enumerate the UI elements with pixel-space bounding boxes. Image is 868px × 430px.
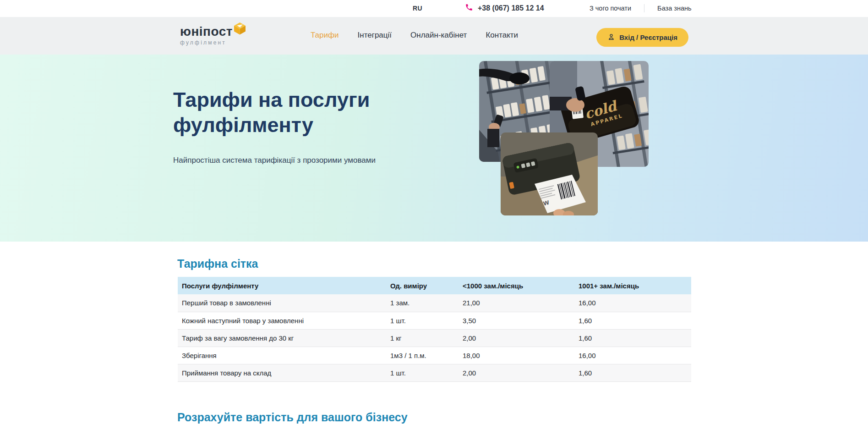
- column-header-service: Послуги фулфілменту: [178, 277, 390, 294]
- table-cell: 16,00: [579, 347, 691, 364]
- hero-section: Тарифи на послуги фулфілменту Найпростіш…: [0, 55, 868, 242]
- nav-online-cabinet[interactable]: Онлайн-кабінет: [410, 31, 467, 40]
- table-row: Кожний наступний товар у замовленні1 шт.…: [178, 312, 691, 329]
- topbar-link-knowledge-base[interactable]: База знань: [657, 5, 691, 12]
- main-nav: Тарифи Інтеграції Онлайн-кабінет Контакт…: [311, 31, 518, 40]
- nav-tariffs[interactable]: Тарифи: [311, 31, 339, 40]
- table-row: Зберігання1м3 / 1 п.м.18,0016,00: [178, 347, 691, 364]
- column-header-over-1001: 1001+ зам./місяць: [579, 277, 691, 294]
- nav-contacts[interactable]: Контакти: [486, 31, 518, 40]
- login-button-label: Вхід / Реєстрація: [619, 33, 677, 41]
- nav-integrations[interactable]: Інтеграції: [358, 31, 392, 40]
- column-header-unit: Од. виміру: [390, 277, 463, 294]
- table-cell: Тариф за вагу замовлення до 30 кг: [178, 329, 390, 347]
- phone-link[interactable]: +38 (067) 185 12 14: [465, 3, 544, 13]
- table-cell: Приймання товару на склад: [178, 364, 390, 381]
- table-cell: 1 зам.: [390, 294, 463, 312]
- login-register-button[interactable]: Вхід / Реєстрація: [596, 28, 688, 47]
- table-header-row: Послуги фулфілменту Од. виміру <1000 зам…: [178, 277, 691, 294]
- table-cell: 1м3 / 1 п.м.: [390, 347, 463, 364]
- logo[interactable]: юніпост фулфілмент: [180, 25, 233, 46]
- table-cell: 1,60: [579, 329, 691, 347]
- table-row: Приймання товару на склад1 шт.2,001,60: [178, 364, 691, 381]
- table-row: Тариф за вагу замовлення до 30 кг1 кг2,0…: [178, 329, 691, 347]
- table-cell: 1 шт.: [390, 312, 463, 329]
- phone-number: +38 (067) 185 12 14: [478, 4, 544, 12]
- table-cell: 16,00: [579, 294, 691, 312]
- site-header: юніпост фулфілмент Тарифи Інтеграції Онл…: [0, 17, 868, 55]
- table-cell: 21,00: [463, 294, 579, 312]
- table-cell: 1,60: [579, 312, 691, 329]
- column-header-under-1000: <1000 зам./місяць: [463, 277, 579, 294]
- pricing-section-title: Тарифна сітка: [177, 257, 258, 270]
- table-cell: 1,60: [579, 364, 691, 381]
- cube-logo-icon: [234, 22, 246, 37]
- page-subtitle: Найпростіша система тарифікації з прозор…: [173, 156, 376, 165]
- topbar-link-getting-started[interactable]: З чого почати: [590, 5, 631, 12]
- calculator-section-title: Розрахуйте вартість для вашого бізнесу: [177, 411, 408, 424]
- user-icon: [607, 33, 615, 42]
- logo-title: юніпост: [180, 25, 233, 38]
- pricing-section: Тарифна сітка Послуги фулфілменту Од. ви…: [0, 242, 868, 430]
- pricing-table: Послуги фулфілменту Од. виміру <1000 зам…: [178, 277, 691, 382]
- table-cell: Кожний наступний товар у замовленні: [178, 312, 390, 329]
- logo-subtitle: фулфілмент: [180, 39, 233, 46]
- language-switcher[interactable]: RU: [413, 5, 422, 12]
- table-cell: Перший товар в замовленні: [178, 294, 390, 312]
- table-cell: 2,00: [463, 364, 579, 381]
- pricing-table-body: Перший товар в замовленні1 зам.21,0016,0…: [178, 294, 691, 381]
- page-title: Тарифи на послуги фулфілменту: [173, 88, 411, 138]
- table-cell: 1 шт.: [390, 364, 463, 381]
- topbar-links: З чого почати База знань: [590, 4, 692, 12]
- phone-icon: [465, 3, 473, 13]
- table-cell: 3,50: [463, 312, 579, 329]
- table-cell: 1 кг: [390, 329, 463, 347]
- table-cell: 18,00: [463, 347, 579, 364]
- topbar-divider: [644, 4, 644, 12]
- table-cell: 2,00: [463, 329, 579, 347]
- topbar: RU +38 (067) 185 12 14 З чого почати Баз…: [0, 0, 868, 17]
- table-cell: Зберігання: [178, 347, 390, 364]
- photo-label-printer: W: [501, 132, 598, 215]
- table-row: Перший товар в замовленні1 зам.21,0016,0…: [178, 294, 691, 312]
